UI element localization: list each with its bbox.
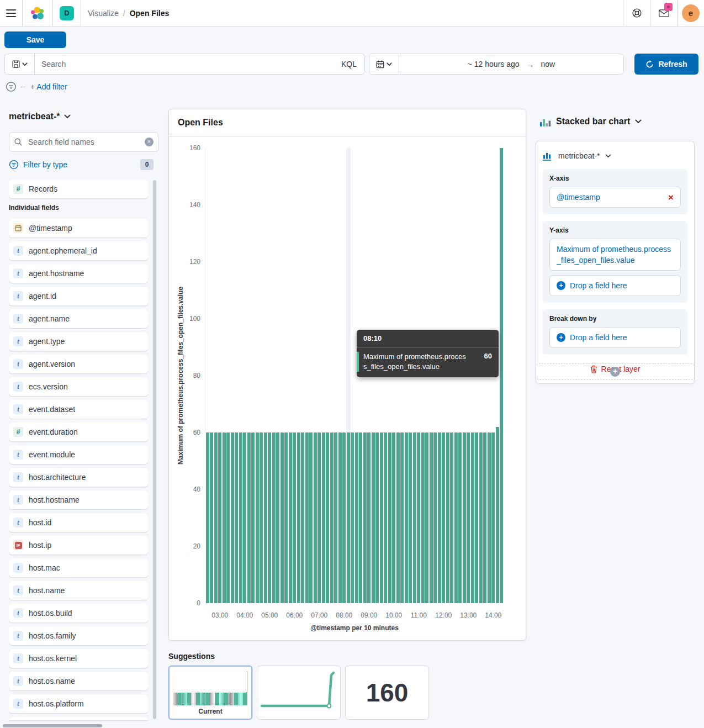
filter-circle-icon[interactable] bbox=[6, 81, 17, 92]
field-item[interactable]: thost.os.build bbox=[9, 604, 148, 623]
date-range-start[interactable]: ~ 12 hours ago bbox=[468, 60, 520, 68]
x-axis-dimension[interactable]: @timestamp × bbox=[549, 187, 681, 208]
field-item[interactable]: thost.id bbox=[9, 513, 148, 532]
field-item[interactable]: tagent.id bbox=[9, 287, 148, 305]
index-pattern-icon bbox=[543, 151, 553, 161]
field-item[interactable]: tagent.hostname bbox=[9, 264, 148, 283]
query-language-button[interactable]: KQL bbox=[334, 60, 364, 68]
bar bbox=[396, 432, 400, 603]
filter-by-type-row: Filter by type 0 bbox=[9, 158, 153, 171]
layer-index-pattern-selector[interactable]: metricbeat-* bbox=[543, 148, 687, 163]
field-item[interactable]: thost.os.kernel bbox=[9, 649, 148, 668]
bar bbox=[375, 432, 379, 603]
string-token-icon: t bbox=[13, 450, 23, 460]
records-field-item[interactable]: # Records bbox=[9, 180, 148, 198]
clear-search-button[interactable]: × bbox=[145, 138, 153, 146]
field-item[interactable]: tevent.dataset bbox=[9, 400, 148, 419]
field-item[interactable]: tagent.name bbox=[9, 309, 148, 328]
breadcrumb-current-page: Open Files bbox=[130, 9, 170, 18]
date-range-end[interactable]: now bbox=[541, 60, 555, 68]
bar bbox=[442, 432, 445, 603]
field-item[interactable]: #event.duration bbox=[9, 423, 148, 441]
field-item[interactable]: tagent.version bbox=[9, 355, 148, 373]
bar bbox=[243, 432, 246, 603]
field-item[interactable]: tagent.type bbox=[9, 332, 148, 351]
bar bbox=[409, 432, 412, 603]
bar bbox=[421, 432, 425, 603]
elastic-logo[interactable] bbox=[23, 0, 52, 27]
search-input[interactable] bbox=[35, 60, 334, 68]
field-search-input[interactable] bbox=[27, 137, 140, 147]
newsfeed-button[interactable] bbox=[650, 0, 677, 27]
filter-by-type-button[interactable]: Filter by type bbox=[9, 160, 67, 170]
y-tick-label: 20 bbox=[193, 542, 200, 550]
filter-count-badge: 0 bbox=[140, 159, 153, 170]
field-item[interactable]: thost.os.platform bbox=[9, 694, 148, 713]
life-ring-icon bbox=[632, 8, 642, 18]
field-item[interactable]: IPhost.ip bbox=[9, 536, 148, 555]
bar bbox=[359, 432, 362, 603]
bar bbox=[363, 432, 367, 603]
add-filter-button[interactable]: + Add filter bbox=[30, 82, 67, 91]
string-token-icon: t bbox=[13, 314, 23, 324]
chart-type-switcher[interactable]: Stacked bar chart bbox=[540, 117, 642, 126]
remove-dimension-icon[interactable]: × bbox=[668, 193, 674, 202]
saved-query-menu-button[interactable] bbox=[5, 54, 35, 74]
date-quick-select-button[interactable] bbox=[369, 54, 399, 74]
tooltip-series-color bbox=[357, 352, 359, 372]
save-button[interactable]: Save bbox=[4, 31, 66, 48]
string-token-icon: t bbox=[13, 495, 23, 505]
bar bbox=[297, 432, 300, 603]
field-item[interactable]: thost.os.family bbox=[9, 626, 148, 645]
y-axis-drop-target[interactable]: + Drop a field here bbox=[549, 275, 681, 296]
suggestion-current[interactable]: Current bbox=[168, 666, 252, 720]
field-item[interactable]: tagent.ephemeral_id bbox=[9, 241, 148, 260]
breadcrumb-visualize[interactable]: Visualize bbox=[88, 9, 119, 18]
break-down-label: Break down by bbox=[549, 315, 681, 323]
y-tick-label: 120 bbox=[189, 258, 200, 266]
bar bbox=[446, 432, 449, 603]
field-item[interactable]: thost.mac bbox=[9, 558, 148, 577]
bar bbox=[351, 432, 354, 603]
suggestion-line-chart[interactable] bbox=[257, 666, 341, 720]
tooltip-value: 60 bbox=[484, 352, 492, 372]
space-selector[interactable]: D bbox=[53, 0, 81, 27]
user-menu-button[interactable]: e bbox=[677, 0, 704, 27]
string-token-icon: t bbox=[13, 563, 23, 573]
y-tick-label: 0 bbox=[197, 599, 200, 607]
bar bbox=[471, 432, 474, 603]
help-button[interactable] bbox=[623, 0, 650, 27]
field-search-box: × bbox=[9, 132, 158, 152]
bar bbox=[247, 432, 251, 603]
field-item[interactable]: tecs.version bbox=[9, 377, 148, 396]
break-down-drop-target[interactable]: + Drop a field here bbox=[549, 327, 681, 348]
suggestion-metric[interactable]: 160 bbox=[345, 666, 429, 720]
number-token-icon: # bbox=[13, 427, 23, 437]
x-tick-label: 14:00 bbox=[485, 611, 501, 619]
y-axis-dimension[interactable]: Maximum of prometheus.process_files_open… bbox=[549, 239, 681, 271]
field-item[interactable]: thost.name bbox=[9, 581, 148, 600]
divider bbox=[81, 0, 81, 27]
field-item[interactable]: thost.os.name bbox=[9, 672, 148, 690]
field-item[interactable]: thost.architecture bbox=[9, 468, 148, 487]
bar bbox=[223, 432, 226, 603]
menu-button[interactable] bbox=[0, 0, 22, 27]
bar bbox=[388, 432, 391, 603]
string-token-icon: t bbox=[13, 404, 23, 414]
field-item-partial bbox=[9, 717, 148, 720]
index-pattern-selector[interactable]: metricbeat-* bbox=[9, 112, 71, 122]
bar bbox=[231, 432, 234, 603]
horizontal-scrollbar[interactable] bbox=[3, 724, 102, 727]
refresh-button[interactable]: Refresh bbox=[634, 54, 698, 75]
field-item[interactable]: @timestamp bbox=[9, 219, 148, 238]
bar bbox=[256, 432, 259, 603]
field-item[interactable]: tevent.module bbox=[9, 445, 148, 464]
add-layer-button[interactable]: + bbox=[536, 363, 695, 380]
refresh-icon bbox=[645, 60, 654, 68]
x-tick-label: 09:00 bbox=[361, 611, 377, 619]
date-range-display[interactable]: ~ 12 hours ago → now bbox=[399, 60, 623, 69]
field-item[interactable]: thost.hostname bbox=[9, 490, 148, 509]
bar bbox=[479, 432, 483, 603]
sidebar-scrollbar[interactable] bbox=[153, 180, 156, 719]
bar bbox=[458, 432, 462, 603]
